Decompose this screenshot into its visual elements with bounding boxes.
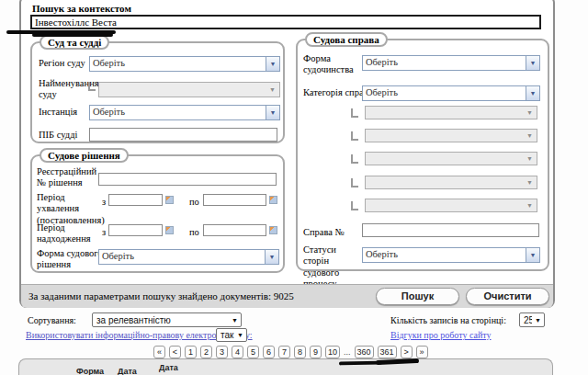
decision-form-select[interactable]: Оберіть ▼	[98, 249, 279, 265]
subcategory-indent-icon	[351, 178, 358, 188]
pagination: « < 1 2 3 4 5 6 7 8 9 10 ... 360 361 > »	[153, 346, 428, 358]
results-column-date-2: Дата	[159, 363, 178, 372]
legal-database-select[interactable]: так ▼	[216, 328, 247, 342]
receipt-to-input[interactable]	[203, 224, 266, 236]
calendar-icon[interactable]	[165, 196, 174, 204]
court-instance-label: Інстанція	[39, 107, 77, 118]
subcategory-indent-icon	[351, 108, 358, 118]
case-subcategory-select: ▼	[365, 152, 537, 165]
dropdown-arrow-icon: ▼	[523, 153, 537, 165]
dropdown-arrow-icon: ▼	[526, 86, 539, 100]
proceeding-form-label: Форма судочинства	[303, 53, 360, 76]
dropdown-arrow-icon: ▼	[523, 107, 537, 119]
case-subcategory-select: ▼	[365, 199, 537, 212]
case-number-input[interactable]	[362, 223, 539, 237]
context-search-input[interactable]	[30, 15, 541, 29]
results-column-form: Форма	[76, 367, 104, 375]
dropdown-arrow-icon: ▼	[532, 317, 544, 324]
dropdown-arrow-icon: ▼	[266, 57, 279, 71]
pagination-last[interactable]: »	[416, 346, 428, 358]
court-case-legend: Судова справа	[305, 32, 388, 47]
registration-number-label: Реєстраційний № рішення	[37, 166, 101, 189]
adoption-to-label: по	[189, 197, 199, 208]
clear-button[interactable]: Очистити	[466, 288, 549, 305]
dropdown-arrow-icon: ▼	[266, 83, 279, 97]
pagination-ellipsis: ...	[344, 347, 351, 357]
pagination-page[interactable]: 2	[200, 346, 212, 358]
adoption-from-input[interactable]	[108, 194, 163, 206]
search-button[interactable]: Пошук	[376, 288, 459, 305]
site-feedback-link[interactable]: Відгуки про роботу сайту	[390, 330, 491, 340]
dropdown-arrow-icon: ▼	[234, 332, 246, 338]
results-column-date: Дата	[118, 367, 137, 375]
dropdown-arrow-icon: ▼	[523, 199, 537, 211]
court-judges-legend: Суд та судді	[40, 35, 109, 50]
pagination-page[interactable]: 10	[325, 346, 340, 358]
pagination-prev[interactable]: <	[169, 346, 181, 358]
court-name-select: ▼	[98, 82, 280, 97]
found-documents-text: За заданими параметрами пошуку знайдено …	[28, 290, 294, 301]
pagination-page[interactable]: 361	[378, 346, 397, 358]
court-region-select[interactable]: Оберіть ▼	[89, 56, 280, 72]
court-judges-fieldset: Суд та судді Регіон суду Оберіть ▼ Найме…	[30, 41, 285, 143]
receipt-from-label: з	[102, 227, 106, 238]
annotation-stroke	[32, 33, 113, 37]
records-per-page-label: Кількість записів на сторінці:	[390, 315, 506, 325]
registration-number-input[interactable]	[98, 173, 277, 186]
case-category-select[interactable]: Оберіть ▼	[362, 85, 540, 101]
case-subcategory-select: ▼	[365, 129, 537, 142]
subcategory-indent-icon	[88, 82, 96, 91]
court-decision-fieldset: Судове рішення Реєстраційний № рішення П…	[30, 154, 285, 273]
receipt-from-input[interactable]	[108, 224, 163, 236]
results-table-header: Форма Дата Дата	[18, 358, 553, 375]
pagination-next[interactable]: >	[401, 346, 413, 358]
judge-name-label: ПІБ судді	[39, 130, 77, 141]
judge-name-input[interactable]	[89, 128, 277, 142]
subcategory-indent-icon	[351, 131, 358, 141]
proceeding-form-select[interactable]: Оберіть ▼	[362, 55, 540, 71]
records-per-page-select[interactable]: 25 ▼	[519, 312, 545, 327]
court-name-label: Найменування суду	[39, 78, 92, 101]
pagination-page[interactable]: 7	[278, 346, 290, 358]
subcategory-indent-icon	[351, 201, 358, 210]
dropdown-arrow-icon: ▼	[526, 56, 539, 70]
sorting-select[interactable]: за релевантністю ▼	[92, 312, 242, 327]
sorting-label: Сортування:	[28, 315, 76, 325]
calendar-icon[interactable]	[269, 196, 277, 204]
dropdown-arrow-icon: ▼	[229, 317, 241, 324]
pagination-page[interactable]: 9	[310, 346, 322, 358]
pagination-page[interactable]: 1	[185, 346, 197, 358]
receipt-to-label: по	[189, 227, 199, 238]
pagination-page[interactable]: 3	[216, 346, 228, 358]
search-status-bar: За заданими параметрами пошуку знайдено …	[21, 284, 553, 308]
search-form-panel: Пошук за контекстом Суд та судді Регіон …	[19, 0, 555, 308]
pagination-page[interactable]: 360	[355, 346, 374, 358]
court-case-fieldset: Судова справа Форма судочинства Оберіть …	[296, 39, 549, 271]
dropdown-arrow-icon: ▼	[266, 106, 279, 119]
adoption-from-label: з	[102, 197, 106, 208]
context-search-label: Пошук за контекстом	[32, 3, 131, 15]
receipt-period-label: Період надходження	[37, 222, 107, 245]
pagination-page[interactable]: 4	[232, 346, 243, 358]
case-subcategory-select: ▼	[365, 176, 537, 189]
court-region-label: Регіон суду	[39, 58, 85, 69]
pagination-page[interactable]: 5	[247, 346, 259, 358]
subcategory-indent-icon	[351, 154, 358, 164]
dropdown-arrow-icon: ▼	[523, 130, 537, 142]
calendar-icon[interactable]	[269, 226, 277, 234]
court-decision-legend: Судове рішення	[40, 148, 129, 163]
decision-form-label: Форма судового рішення	[37, 248, 103, 271]
dropdown-arrow-icon: ▼	[265, 250, 278, 264]
parties-status-select[interactable]: Оберіть ▼	[362, 247, 540, 263]
pagination-page[interactable]: 8	[294, 346, 306, 358]
case-number-label: Справа №	[303, 227, 345, 238]
calendar-icon[interactable]	[165, 226, 174, 234]
pagination-page[interactable]: 6	[263, 346, 275, 358]
dropdown-arrow-icon: ▼	[526, 248, 539, 262]
adoption-to-input[interactable]	[203, 194, 266, 206]
case-subcategory-select: ▼	[365, 106, 537, 119]
adoption-period-label: Період ухвалення (постановлення)	[37, 192, 107, 226]
dropdown-arrow-icon: ▼	[523, 176, 537, 188]
pagination-first[interactable]: «	[153, 346, 165, 358]
court-instance-select[interactable]: Оберіть ▼	[89, 105, 280, 120]
